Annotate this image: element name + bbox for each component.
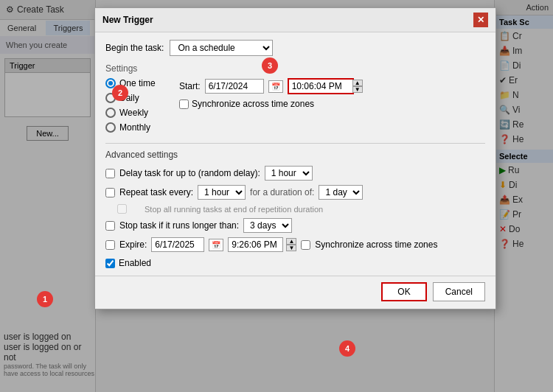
radio-weekly-label: Weekly (119, 108, 148, 118)
stop-text: Stop all running tasks at end of repetit… (131, 205, 323, 214)
repeat-checkbox[interactable] (105, 188, 115, 197)
stop-running-row: Stop all running tasks at end of repetit… (105, 204, 485, 214)
begin-select[interactable]: On a schedule (170, 40, 273, 56)
begin-task-row: Begin the task: On a schedule (105, 40, 485, 56)
expire-spin: ▲ ▼ (286, 238, 296, 251)
start-label: Start: (179, 81, 201, 91)
enabled-checkbox[interactable] (105, 259, 115, 268)
for-duration-label: for a duration of: (250, 187, 314, 197)
dialog-title: New Trigger (102, 15, 153, 25)
expire-sync-checkbox[interactable] (301, 240, 310, 250)
stop-running-checkbox (117, 204, 127, 214)
duration-select[interactable]: 1 day (319, 185, 363, 200)
expire-calendar-button[interactable]: 📅 (209, 239, 223, 251)
settings-body: One time Daily Weekly Monthly Sta (105, 78, 485, 137)
dialog-footer: OK Cancel (95, 276, 495, 309)
radio-weekly[interactable]: Weekly (105, 108, 172, 118)
dialog-close-button[interactable]: ✕ (473, 13, 488, 27)
delay-row: Delay task for up to (random delay): 1 h… (105, 166, 485, 181)
dialog-titlebar: New Trigger ✕ (95, 8, 495, 32)
repeat-row: Repeat task every: 1 hour for a duration… (105, 185, 485, 200)
delay-checkbox[interactable] (105, 169, 115, 178)
stop-longer-select[interactable]: 3 days (243, 218, 292, 233)
expire-checkbox[interactable] (105, 240, 115, 250)
expire-row: Expire: 📅 ▲ ▼ Synchronize across time zo… (105, 237, 485, 252)
separator-1 (105, 143, 485, 144)
begin-label: Begin the task: (105, 43, 164, 53)
radio-monthly-label: Monthly (119, 122, 150, 133)
enabled-label: Enabled (119, 258, 151, 268)
calendar-button[interactable]: 📅 (268, 80, 283, 93)
time-field-group: ▲ ▼ (288, 78, 363, 94)
start-time-input[interactable] (288, 78, 354, 94)
start-section: Start: 📅 ▲ ▼ Synchronize across time zon… (179, 78, 485, 137)
expire-spin-down[interactable]: ▼ (286, 245, 296, 251)
delay-label: Delay task for up to (random delay): (119, 168, 260, 178)
badge-3: 3 (262, 57, 278, 74)
time-spin: ▲ ▼ (352, 80, 363, 93)
expire-date-input[interactable] (151, 237, 204, 252)
cancel-button[interactable]: Cancel (433, 282, 485, 301)
start-date-input[interactable] (205, 79, 264, 94)
enabled-row: Enabled (105, 258, 485, 268)
expire-time-input[interactable] (228, 237, 283, 252)
radio-monthly-circle (105, 122, 116, 133)
time-spin-down[interactable]: ▼ (352, 86, 363, 93)
sync-timezone-label: Synchronize across time zones (192, 99, 314, 109)
start-row: Start: 📅 ▲ ▼ Synchronize across time zon… (179, 78, 485, 109)
badge-1: 1 (37, 291, 53, 307)
sync-timezone-row: Synchronize across time zones (179, 99, 314, 109)
badge-2: 2 (112, 85, 128, 101)
expire-sync-label: Synchronize across time zones (315, 239, 437, 250)
expire-spin-up[interactable]: ▲ (286, 238, 296, 245)
expire-label: Expire: (119, 239, 147, 250)
stop-longer-label: Stop task if it runs longer than: (119, 220, 239, 231)
sync-timezone-checkbox[interactable] (179, 99, 189, 109)
repeat-label: Repeat task every: (119, 187, 193, 197)
delay-select[interactable]: 1 hour (265, 166, 313, 181)
stop-longer-checkbox[interactable] (105, 221, 115, 231)
stop-longer-row: Stop task if it runs longer than: 3 days (105, 218, 485, 233)
settings-label: Settings (105, 63, 485, 74)
advanced-label: Advanced settings (105, 150, 485, 160)
dialog-body: Begin the task: On a schedule Settings O… (95, 32, 495, 276)
new-trigger-dialog: New Trigger ✕ Begin the task: On a sched… (94, 7, 496, 309)
ok-button[interactable]: OK (381, 282, 426, 301)
time-spin-up[interactable]: ▲ (352, 80, 363, 86)
radio-weekly-circle (105, 108, 116, 118)
badge-4: 4 (339, 340, 355, 357)
repeat-select[interactable]: 1 hour (198, 185, 246, 200)
radio-monthly[interactable]: Monthly (105, 122, 172, 133)
